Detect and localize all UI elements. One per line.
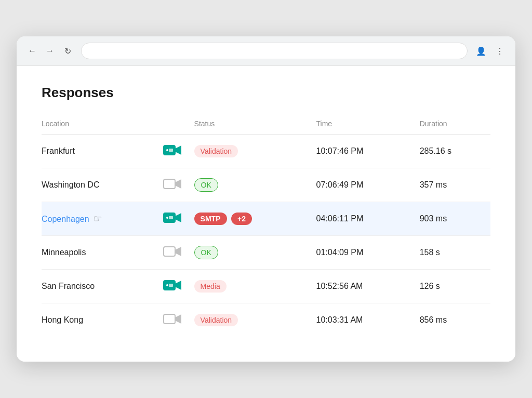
status-cell: Media: [188, 270, 310, 303]
svg-point-14: [166, 284, 168, 286]
status-badge: Validation: [194, 314, 238, 326]
status-badge-smtp: SMTP: [194, 213, 227, 225]
video-camera-icon: [163, 245, 182, 258]
svg-point-8: [166, 217, 168, 219]
table-row[interactable]: Copenhagen☞ SMTP +204:06:11 PM903 ms: [42, 202, 490, 236]
location-cell: Minneapolis: [42, 236, 157, 270]
video-camera-icon: [163, 279, 182, 291]
col-location: Location: [42, 115, 157, 135]
svg-rect-15: [169, 284, 173, 287]
page-content: Responses Location Status Time Duration …: [17, 66, 515, 362]
svg-marker-5: [175, 179, 181, 189]
status-cell: OK: [188, 236, 310, 270]
browser-window: ← → ↻ 👤 ⋮ Responses Location Status Time…: [17, 36, 515, 362]
status-cell: OK: [188, 168, 310, 202]
video-icon-cell[interactable]: [157, 202, 188, 236]
svg-rect-16: [164, 314, 175, 324]
table-row: Minneapolis OK01:04:09 PM158 s: [42, 236, 490, 270]
status-cell: Validation: [188, 135, 310, 168]
duration-cell: 357 ms: [414, 168, 490, 202]
col-duration: Duration: [414, 115, 490, 135]
location-cell: San Francisco: [42, 270, 157, 303]
status-cell: SMTP +2: [188, 202, 310, 236]
col-icon: [157, 115, 188, 135]
video-camera-icon: [163, 144, 182, 156]
time-cell: 04:06:11 PM: [310, 202, 414, 236]
video-camera-icon: [163, 178, 182, 190]
status-badge: OK: [194, 246, 218, 259]
time-cell: 07:06:49 PM: [310, 168, 414, 202]
svg-rect-3: [169, 149, 173, 152]
svg-point-2: [166, 149, 168, 151]
location-cell: Hong Kong: [42, 303, 157, 337]
svg-marker-13: [175, 281, 181, 290]
browser-toolbar: ← → ↻ 👤 ⋮: [17, 36, 515, 66]
svg-marker-1: [175, 145, 181, 155]
refresh-button[interactable]: ↻: [60, 44, 75, 58]
account-icon[interactable]: 👤: [474, 44, 488, 58]
svg-marker-7: [175, 213, 181, 222]
svg-rect-4: [164, 179, 175, 189]
status-badge: Validation: [194, 145, 238, 157]
video-icon-cell[interactable]: [157, 168, 188, 202]
browser-actions: 👤 ⋮: [474, 44, 507, 58]
status-cell: Validation: [188, 303, 310, 337]
status-badge: Media: [194, 280, 227, 293]
table-row: Hong Kong Validation10:03:31 AM856 ms: [42, 303, 490, 337]
nav-buttons: ← → ↻: [25, 44, 75, 58]
time-cell: 01:04:09 PM: [310, 236, 414, 270]
time-cell: 10:52:56 AM: [310, 270, 414, 303]
video-icon-cell[interactable]: [157, 135, 188, 168]
back-button[interactable]: ←: [25, 44, 39, 58]
forward-button[interactable]: →: [43, 44, 57, 58]
duration-cell: 126 s: [414, 270, 490, 303]
video-camera-icon: [163, 211, 182, 224]
svg-rect-10: [164, 247, 175, 256]
video-camera-icon: [163, 313, 182, 325]
table-header-row: Location Status Time Duration: [42, 115, 490, 135]
table-row: Frankfurt Validation10:07:46 PM285.16 s: [42, 135, 490, 168]
svg-marker-17: [175, 314, 181, 324]
duration-cell: 903 ms: [414, 202, 490, 236]
duration-cell: 285.16 s: [414, 135, 490, 168]
location-cell: Frankfurt: [42, 135, 157, 168]
responses-table: Location Status Time Duration Frankfurt …: [42, 115, 490, 337]
status-badge-extra: +2: [231, 213, 252, 225]
time-cell: 10:03:31 AM: [310, 303, 414, 337]
status-badge: OK: [194, 178, 218, 192]
location-cell[interactable]: Copenhagen☞: [42, 202, 157, 236]
table-row: Washington DC OK07:06:49 PM357 ms: [42, 168, 490, 202]
video-icon-cell[interactable]: [157, 303, 188, 337]
menu-icon[interactable]: ⋮: [493, 44, 507, 58]
duration-cell: 158 s: [414, 236, 490, 270]
page-title: Responses: [42, 85, 490, 101]
table-row: San Francisco Media10:52:56 AM126 s: [42, 270, 490, 303]
svg-rect-9: [169, 216, 173, 219]
col-time: Time: [310, 115, 414, 135]
location-cell: Washington DC: [42, 168, 157, 202]
video-icon-cell[interactable]: [157, 236, 188, 270]
video-icon-cell[interactable]: [157, 270, 188, 303]
col-status: Status: [188, 115, 310, 135]
address-bar[interactable]: [81, 43, 468, 59]
svg-marker-11: [175, 247, 181, 256]
duration-cell: 856 ms: [414, 303, 490, 337]
time-cell: 10:07:46 PM: [310, 135, 414, 168]
